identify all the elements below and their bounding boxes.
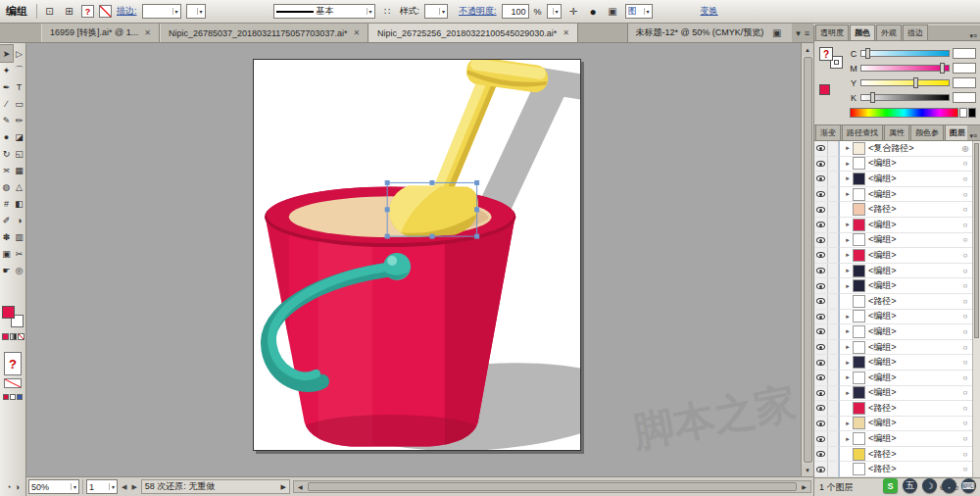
rectangle-tool-icon[interactable]: ▭: [13, 95, 25, 112]
document-canvas[interactable]: ▲ ▼: [26, 43, 813, 476]
lock-toggle[interactable]: [828, 202, 839, 217]
mesh-tool-icon[interactable]: #: [0, 195, 13, 212]
expand-arrow-icon[interactable]: ▸: [843, 251, 853, 259]
magic-wand-tool-icon[interactable]: ✦: [0, 62, 13, 78]
layer-name[interactable]: <编组>: [868, 417, 959, 429]
artboard[interactable]: [253, 59, 581, 451]
layer-name[interactable]: <编组>: [868, 265, 959, 277]
scroll-left-icon[interactable]: ◀: [294, 481, 307, 492]
layer-name[interactable]: <编组>: [868, 356, 959, 369]
target-icon[interactable]: ○: [959, 450, 971, 459]
rotate-tool-icon[interactable]: ↻: [0, 145, 13, 162]
column-graph-tool-icon[interactable]: ▥: [13, 228, 25, 245]
target-icon[interactable]: ○: [959, 404, 971, 413]
zoom-tool-icon[interactable]: ◎: [13, 262, 25, 278]
crosshair-icon[interactable]: ✛: [566, 4, 581, 19]
red-swatch[interactable]: [3, 394, 9, 400]
stroke-link[interactable]: 描边:: [117, 5, 137, 18]
target-icon[interactable]: ○: [959, 297, 971, 306]
full-screen-icon[interactable]: ◑: [15, 482, 20, 492]
expand-arrow-icon[interactable]: ▸: [843, 190, 853, 198]
lock-toggle[interactable]: [828, 187, 839, 202]
expand-arrow-icon[interactable]: ▸: [843, 373, 853, 381]
layer-name[interactable]: <编组>: [868, 372, 959, 384]
slice-tool-icon[interactable]: ✂: [13, 245, 25, 262]
visibility-toggle[interactable]: [814, 324, 828, 339]
none-swatch[interactable]: [4, 378, 22, 388]
target-icon[interactable]: ○: [959, 327, 971, 336]
target-icon[interactable]: ○: [959, 434, 971, 443]
restore-window-icon[interactable]: ▣: [769, 25, 784, 40]
none-button[interactable]: [18, 333, 24, 340]
lock-toggle[interactable]: [828, 310, 839, 324]
panel-tab-外观[interactable]: 外观: [876, 25, 902, 40]
tab-overflow-icon[interactable]: ▾: [796, 28, 801, 38]
expand-arrow-icon[interactable]: ▸: [843, 267, 853, 274]
tab-close-icon[interactable]: ✕: [353, 28, 360, 37]
visibility-toggle[interactable]: [814, 202, 828, 217]
visibility-toggle[interactable]: [814, 355, 828, 370]
layer-name[interactable]: <编组>: [868, 432, 959, 445]
target-icon[interactable]: ○: [959, 465, 971, 473]
lock-toggle[interactable]: [828, 417, 839, 431]
target-icon[interactable]: ○: [959, 190, 971, 199]
layer-name[interactable]: <编组>: [868, 310, 959, 322]
shovel-scoop[interactable]: [389, 185, 478, 237]
layer-name[interactable]: <路径>: [868, 463, 959, 475]
lock-toggle[interactable]: [828, 218, 839, 232]
panel-tab-路径查找[interactable]: 路径查找: [842, 124, 883, 140]
stroke-profile-combo[interactable]: ▾: [186, 4, 206, 19]
lasso-tool-icon[interactable]: ⌒: [13, 62, 25, 78]
layer-name[interactable]: <编组>: [868, 233, 959, 246]
expand-arrow-icon[interactable]: ▸: [843, 343, 853, 351]
layer-name[interactable]: <路径>: [868, 203, 959, 216]
panel-tab-渐变[interactable]: 渐变: [815, 124, 841, 140]
isolate-group-icon[interactable]: ⊡: [42, 4, 57, 19]
target-icon[interactable]: ○: [959, 388, 971, 397]
expand-arrow-icon[interactable]: ▸: [843, 282, 853, 290]
lock-toggle[interactable]: [828, 462, 839, 476]
visibility-toggle[interactable]: [814, 401, 828, 416]
fill-proxy-swatch[interactable]: ?: [81, 5, 94, 18]
brush-combo[interactable]: 基本 ▾: [273, 4, 375, 19]
horizontal-scrollbar[interactable]: ◀ ▶: [293, 480, 811, 493]
panel-tab-颜色参[interactable]: 颜色参: [910, 124, 944, 140]
layers-scrollbar[interactable]: [972, 141, 980, 477]
visibility-toggle[interactable]: [814, 447, 828, 462]
expand-arrow-icon[interactable]: ▸: [843, 435, 853, 443]
visibility-toggle[interactable]: [814, 278, 828, 293]
symbol-sprayer-tool-icon[interactable]: ✽: [0, 228, 13, 245]
visibility-toggle[interactable]: [814, 294, 828, 309]
lock-toggle[interactable]: [828, 233, 839, 248]
color-button[interactable]: [2, 333, 9, 340]
visibility-toggle[interactable]: [814, 431, 828, 446]
lock-toggle[interactable]: [828, 157, 839, 172]
lock-toggle[interactable]: [828, 324, 839, 339]
channel-slider[interactable]: [860, 94, 950, 101]
lock-toggle[interactable]: [828, 401, 839, 416]
channel-slider[interactable]: [860, 50, 950, 57]
panel-menu-icon[interactable]: ▾≡: [967, 32, 979, 40]
pattern-dots-icon[interactable]: ∷: [380, 4, 395, 19]
visibility-toggle[interactable]: [814, 462, 828, 476]
scrollbar-thumb[interactable]: [974, 143, 979, 338]
artboard-tool-icon[interactable]: ▣: [0, 245, 13, 262]
ime-wubi-icon[interactable]: 五: [903, 478, 917, 493]
channel-value-input[interactable]: [953, 63, 976, 74]
channel-slider[interactable]: [860, 79, 950, 86]
visibility-toggle[interactable]: [814, 340, 828, 355]
white-chip[interactable]: [959, 108, 967, 118]
type-tool-icon[interactable]: T: [13, 78, 25, 95]
visibility-toggle[interactable]: [814, 310, 828, 324]
panel-tab-描边[interactable]: 描边: [903, 25, 928, 40]
slider-knob[interactable]: [865, 48, 870, 59]
history-status[interactable]: 58 次还原: 无重做 ▶: [141, 479, 290, 494]
target-icon[interactable]: ○: [959, 251, 971, 260]
expand-arrow-icon[interactable]: ▸: [843, 144, 853, 152]
target-icon[interactable]: ○: [959, 358, 971, 367]
target-icon[interactable]: ○: [959, 419, 971, 427]
paintbrush-tool-icon[interactable]: ✎: [0, 112, 13, 128]
ime-keyboard-icon[interactable]: ⌨: [961, 478, 976, 493]
align-panel-icon[interactable]: ▣: [606, 4, 620, 19]
panel-tab-透明度[interactable]: 透明度: [815, 25, 849, 40]
